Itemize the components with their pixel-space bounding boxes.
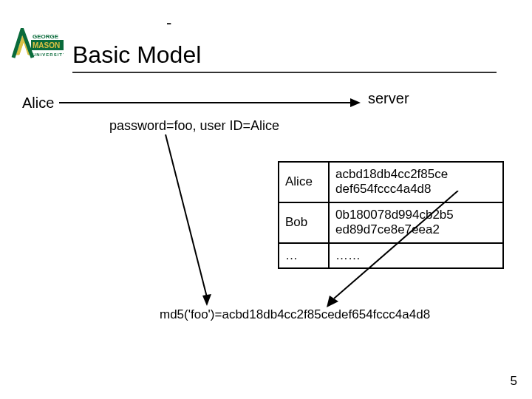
cell-hash: acbd18db4cc2f85ce def654fccc4a4d8 xyxy=(329,162,503,202)
actor-alice: Alice xyxy=(22,95,54,112)
hash-line2: ed89d7ce8e7eea2 xyxy=(335,222,440,236)
svg-marker-2 xyxy=(350,98,361,107)
university-logo: GEORGE MASON UNIVERSITY xyxy=(10,28,64,61)
logo-text-top: GEORGE xyxy=(33,33,59,40)
hash-line1: 0b180078d994cb2b5 xyxy=(335,208,454,222)
cell-hash: 0b180078d994cb2b5 ed89d7ce8e7eea2 xyxy=(329,202,503,243)
cell-user: Bob xyxy=(279,202,329,243)
title-underline xyxy=(72,72,497,73)
actor-server: server xyxy=(368,90,409,107)
hash-line2: def654fccc4a4d8 xyxy=(335,182,432,196)
hash-line1: acbd18db4cc2f85ce xyxy=(335,167,448,181)
cell-user: … xyxy=(279,243,329,268)
hash-line1: …… xyxy=(335,248,361,262)
logo-text-bottom: MASON xyxy=(33,41,60,50)
table-row: Alice acbd18db4cc2f85ce def654fccc4a4d8 xyxy=(279,162,503,202)
svg-line-3 xyxy=(166,134,207,297)
table-row: Bob 0b180078d994cb2b5 ed89d7ce8e7eea2 xyxy=(279,202,503,243)
message-label: password=foo, user ID=Alice xyxy=(109,118,279,134)
arrow-login xyxy=(59,96,361,109)
cell-hash: …… xyxy=(329,243,503,268)
slide-title: Basic Model xyxy=(72,41,201,69)
cell-user: Alice xyxy=(279,162,329,202)
slide: - GEORGE MASON UNIVERSITY Basic Model Al… xyxy=(0,0,532,399)
table-row: … …… xyxy=(279,243,503,268)
logo-text-sub: UNIVERSITY xyxy=(33,52,64,57)
md5-result: md5('foo')=acbd18db4cc2f85cedef654fccc4a… xyxy=(160,307,430,322)
password-table: Alice acbd18db4cc2f85ce def654fccc4a4d8 … xyxy=(278,161,504,269)
svg-marker-4 xyxy=(202,294,211,306)
arrow-to-md5 xyxy=(161,134,216,307)
bullet-dash: - xyxy=(166,13,171,33)
svg-marker-6 xyxy=(327,296,338,307)
page-number: 5 xyxy=(511,374,517,389)
